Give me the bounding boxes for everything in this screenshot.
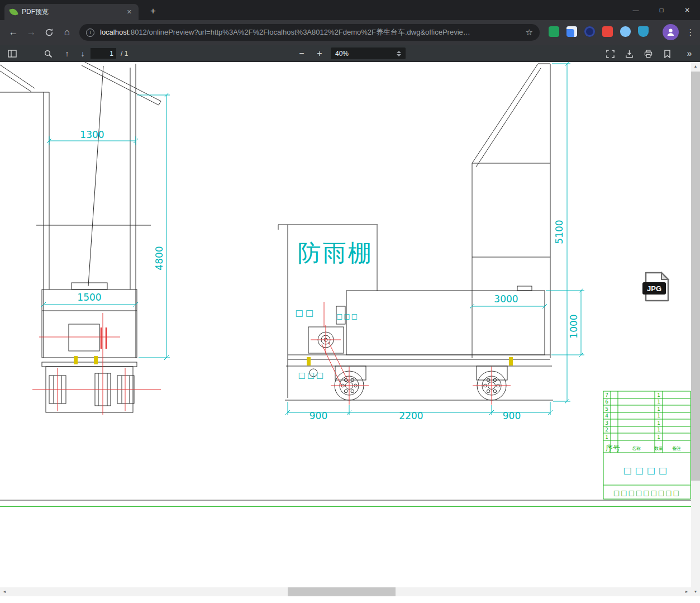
tab-title: PDF预览 <box>22 7 121 17</box>
page-down-icon[interactable]: ↓ <box>76 47 89 60</box>
reload-icon <box>45 28 54 37</box>
dim-wheelbase-label: 2200 <box>399 410 423 421</box>
title-block-title: □□□□ <box>623 465 670 476</box>
extensions-area <box>549 26 649 37</box>
svg-text:1: 1 <box>657 427 660 433</box>
extension-icon-3[interactable] <box>584 26 595 37</box>
page-count-label: / 1 <box>121 50 128 58</box>
title-block: 7 6 5 4 3 2 1 1 1 1 1 1 1 1 序号 名称 数量 备注 … <box>603 391 691 499</box>
dim-right-label: 900 <box>503 410 521 421</box>
jpg-file-icon: JPG <box>642 273 668 301</box>
sheet-border <box>0 500 691 506</box>
window-minimize-button[interactable]: — <box>623 0 649 20</box>
cad-drawing-canvas: 1300 4800 1500 防雨棚 □□ □□□ □□□ 3000 1000 … <box>0 62 691 587</box>
dimension-annotations: 1300 4800 1500 防雨棚 □□ □□□ □□□ 3000 1000 … <box>41 62 584 421</box>
forward-button[interactable]: → <box>23 25 39 40</box>
bookmark-icon[interactable] <box>660 47 674 60</box>
pdf-page-content: 1300 4800 1500 防雨棚 □□ □□□ □□□ 3000 1000 … <box>0 62 691 587</box>
svg-text:1: 1 <box>657 406 660 412</box>
col-name-header: 名称 <box>632 446 641 451</box>
tofu-trio: □□□ <box>336 312 359 320</box>
spring-leaf-favicon-icon <box>9 7 18 16</box>
bookmark-star-icon[interactable]: ☆ <box>526 27 533 37</box>
zoom-in-button[interactable]: + <box>313 47 326 60</box>
dim-body-length-label: 3000 <box>494 293 518 305</box>
new-tab-button[interactable]: + <box>146 5 160 18</box>
zoom-select[interactable]: 40% <box>331 48 406 59</box>
svg-text:2: 2 <box>605 427 608 433</box>
url-text: localhost:8012/onlinePreview?url=http%3A… <box>100 27 520 37</box>
title-block-footer-tofu: □□□□□□□□□ <box>613 489 680 497</box>
dim-left-label: 900 <box>309 410 327 421</box>
horizontal-scrollbar[interactable]: ◄ ► <box>0 587 691 596</box>
profile-avatar[interactable] <box>663 24 679 40</box>
title-block-row-numbers: 7 6 5 4 3 2 1 <box>605 392 608 440</box>
extension-icon-6[interactable] <box>638 26 649 37</box>
zoom-value: 40% <box>335 50 349 58</box>
jpg-badge-label: JPG <box>647 284 661 293</box>
svg-text:7: 7 <box>605 392 608 398</box>
svg-text:1: 1 <box>657 399 660 405</box>
dim-height-label: 4800 <box>154 246 165 270</box>
scroll-left-arrow[interactable]: ◄ <box>0 587 9 596</box>
scroll-right-arrow[interactable]: ► <box>682 587 691 596</box>
tab-close-icon[interactable]: ✕ <box>126 7 133 17</box>
dim-mid-width-label: 1500 <box>77 292 101 303</box>
zoom-out-button[interactable]: − <box>295 47 308 60</box>
dim-total-height-label: 5100 <box>554 220 565 244</box>
svg-text:1: 1 <box>657 392 660 398</box>
back-button[interactable]: ← <box>6 25 21 40</box>
title-block-title-tofu: □□□□ <box>623 465 670 476</box>
svg-text:3: 3 <box>605 420 608 426</box>
col-qty-header: 数量 <box>654 446 663 451</box>
person-icon <box>666 27 675 37</box>
browser-tab[interactable]: PDF预览 ✕ <box>4 4 139 20</box>
horizontal-scroll-thumb[interactable] <box>288 587 396 596</box>
save-icon[interactable] <box>622 47 636 60</box>
page-number-input[interactable] <box>91 48 116 59</box>
home-button[interactable]: ⌂ <box>59 25 75 40</box>
window-maximize-button[interactable]: □ <box>649 0 674 20</box>
browser-titlebar: PDF预览 ✕ + — □ ✕ <box>0 0 700 20</box>
page-info-icon[interactable]: i <box>86 29 94 37</box>
tofu-pair: □□ <box>296 308 316 318</box>
more-tools-icon[interactable]: » <box>683 47 696 60</box>
dim-body-height-label: 1000 <box>568 314 579 338</box>
svg-text:4: 4 <box>605 413 608 419</box>
svg-text:6: 6 <box>605 399 608 405</box>
scroll-up-arrow[interactable]: ▲ <box>691 62 700 71</box>
print-icon[interactable] <box>641 47 655 60</box>
url-host: localhost <box>100 28 128 36</box>
svg-text:1: 1 <box>657 413 660 419</box>
col-index-header: 序号 <box>606 444 620 452</box>
address-bar[interactable]: i localhost:8012/onlinePreview?url=http%… <box>79 24 540 41</box>
browser-navbar: ← → ⌂ i localhost:8012/onlinePreview?url… <box>0 20 700 45</box>
extension-icon-2[interactable] <box>566 26 577 37</box>
front-view-structure <box>0 62 161 412</box>
vertical-scroll-thumb[interactable] <box>691 72 700 481</box>
browser-menu-icon[interactable]: ⋮ <box>684 25 697 40</box>
fullscreen-icon[interactable] <box>603 47 617 60</box>
dim-top-width-label: 1300 <box>80 129 104 140</box>
reload-button[interactable] <box>41 25 57 40</box>
title-block-qty-column: 1 1 1 1 1 1 1 <box>657 392 660 440</box>
centerlines <box>32 302 511 415</box>
sidebar-toggle-icon[interactable] <box>6 47 19 60</box>
extension-icon-1[interactable] <box>549 26 559 37</box>
find-icon[interactable] <box>41 47 55 60</box>
svg-text:5: 5 <box>605 406 608 412</box>
rain-shed-label: 防雨棚 <box>298 239 373 267</box>
extension-icon-4[interactable] <box>602 26 613 37</box>
window-controls: — □ ✕ <box>623 0 700 20</box>
window-close-button[interactable]: ✕ <box>674 0 700 20</box>
side-view-structure <box>278 64 553 400</box>
scroll-down-arrow[interactable]: ▼ <box>691 587 700 596</box>
page-up-icon[interactable]: ↑ <box>60 47 74 60</box>
zoom-spinner-icon <box>397 51 401 56</box>
pdf-viewer-toolbar: ↑ ↓ / 1 − + 40% » <box>0 45 700 62</box>
extension-icon-5[interactable] <box>620 26 631 37</box>
svg-text:1: 1 <box>657 420 660 426</box>
svg-text:1: 1 <box>657 434 660 440</box>
tofu-lower: □□□ <box>298 371 326 379</box>
vertical-scrollbar[interactable]: ▲ ▼ <box>691 62 700 596</box>
